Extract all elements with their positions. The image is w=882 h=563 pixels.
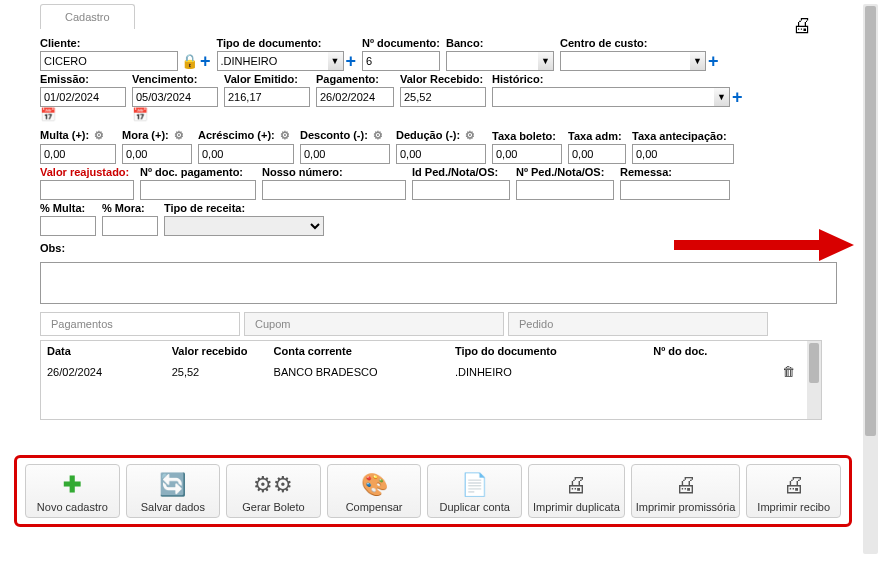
pct-multa-label: % Multa: (40, 202, 96, 214)
multa-label: Multa (+): ⚙ (40, 129, 116, 142)
th-tipo: Tipo do documento (449, 341, 647, 361)
cell-data: 26/02/2024 (41, 361, 166, 382)
tipo-doc-input[interactable] (217, 51, 328, 71)
mora-label: Mora (+): ⚙ (122, 129, 192, 142)
th-conta: Conta corrente (268, 341, 449, 361)
novo-cadastro-button[interactable]: ✚ Novo cadastro (25, 464, 120, 518)
emissao-input[interactable] (40, 87, 126, 107)
banco-label: Banco: (446, 37, 554, 49)
banco-dropdown-icon[interactable]: ▼ (538, 51, 554, 71)
n-doc-input[interactable] (362, 51, 440, 71)
obs-label: Obs: (40, 242, 65, 254)
tipo-doc-dropdown-icon[interactable]: ▼ (328, 51, 344, 71)
table-row[interactable]: 26/02/2024 25,52 BANCO BRADESCO .DINHEIR… (41, 361, 807, 382)
gerar-boleto-button[interactable]: ⚙⚙ Gerar Boleto (226, 464, 321, 518)
subtab-pedido[interactable]: Pedido (508, 312, 768, 336)
trash-icon[interactable]: 🗑 (782, 364, 795, 379)
valor-emitido-input[interactable] (224, 87, 310, 107)
lock-icon[interactable]: 🔒 (181, 51, 198, 71)
emissao-calendar-icon[interactable]: 📅 (40, 107, 56, 123)
printer-icon: 🖨 (675, 471, 697, 499)
emissao-label: Emissão: (40, 73, 126, 85)
pct-mora-input[interactable] (102, 216, 158, 236)
n-ped-input[interactable] (516, 180, 614, 200)
n-doc-label: Nº documento: (362, 37, 440, 49)
mora-gear-icon[interactable]: ⚙ (174, 129, 184, 141)
acrescimo-gear-icon[interactable]: ⚙ (280, 129, 290, 141)
multa-gear-icon[interactable]: ⚙ (94, 129, 104, 141)
n-doc-pag-input[interactable] (140, 180, 256, 200)
salvar-dados-button[interactable]: 🔄 Salvar dados (126, 464, 221, 518)
svg-marker-1 (819, 229, 854, 261)
payments-table-area: Data Valor recebido Conta corrente Tipo … (40, 340, 822, 420)
acrescimo-label: Acréscimo (+): ⚙ (198, 129, 294, 142)
taxa-antec-input[interactable] (632, 144, 734, 164)
taxa-adm-input[interactable] (568, 144, 626, 164)
obs-textarea[interactable] (40, 262, 837, 304)
historico-plus-icon[interactable]: + (732, 87, 743, 107)
desconto-label: Desconto (-): ⚙ (300, 129, 390, 142)
nosso-num-input[interactable] (262, 180, 406, 200)
banco-input[interactable] (446, 51, 538, 71)
imprimir-duplicata-button[interactable]: 🖨 Imprimir duplicata (528, 464, 625, 518)
compensar-button[interactable]: 🎨 Compensar (327, 464, 422, 518)
centro-plus-icon[interactable]: + (708, 51, 719, 71)
valor-reaj-label: Valor reajustado: (40, 166, 134, 178)
mora-input[interactable] (122, 144, 192, 164)
id-ped-label: Id Ped./Nota/OS: (412, 166, 510, 178)
duplicar-button[interactable]: 📄 Duplicar conta (427, 464, 522, 518)
compensar-icon: 🎨 (361, 471, 388, 499)
th-data: Data (41, 341, 166, 361)
form-tabs: Cadastro (40, 4, 852, 29)
duplicate-icon: 📄 (461, 471, 488, 499)
plus-icon: ✚ (63, 471, 81, 499)
desconto-input[interactable] (300, 144, 390, 164)
taxa-antec-label: Taxa antecipação: (632, 130, 734, 142)
historico-dropdown-icon[interactable]: ▼ (714, 87, 730, 107)
table-scrollbar[interactable] (807, 341, 821, 419)
cliente-plus-icon[interactable]: + (200, 51, 211, 71)
valor-reaj-input[interactable] (40, 180, 134, 200)
vencimento-calendar-icon[interactable]: 📅 (132, 107, 148, 123)
remessa-label: Remessa: (620, 166, 730, 178)
th-ndoc: Nº do doc. (647, 341, 772, 361)
cliente-input[interactable] (40, 51, 178, 71)
taxa-adm-label: Taxa adm: (568, 130, 626, 142)
printer-icon: 🖨 (565, 471, 587, 499)
tipo-receita-label: Tipo de receita: (164, 202, 324, 214)
pct-mora-label: % Mora: (102, 202, 158, 214)
subtab-cupom[interactable]: Cupom (244, 312, 504, 336)
imprimir-promissoria-button[interactable]: 🖨 Imprimir promissória (631, 464, 741, 518)
main-content: 🖨 Cadastro Cliente: 🔒 + Tipo de document… (10, 4, 852, 444)
tipo-doc-plus-icon[interactable]: + (346, 51, 357, 71)
subtab-pagamentos[interactable]: Pagamentos (40, 312, 240, 336)
taxa-boleto-input[interactable] (492, 144, 562, 164)
printer-icon: 🖨 (783, 471, 805, 499)
tab-cadastro[interactable]: Cadastro (40, 4, 135, 29)
id-ped-input[interactable] (412, 180, 510, 200)
main-scrollbar[interactable] (863, 4, 878, 554)
multa-input[interactable] (40, 144, 116, 164)
deducao-input[interactable] (396, 144, 486, 164)
tipo-receita-select[interactable] (164, 216, 324, 236)
cell-valor: 25,52 (166, 361, 268, 382)
pagamento-input[interactable] (316, 87, 394, 107)
deducao-gear-icon[interactable]: ⚙ (465, 129, 475, 141)
valor-recebido-input[interactable] (400, 87, 486, 107)
pagamento-label: Pagamento: (316, 73, 394, 85)
pct-multa-input[interactable] (40, 216, 96, 236)
centro-dropdown-icon[interactable]: ▼ (690, 51, 706, 71)
payments-table: Data Valor recebido Conta corrente Tipo … (41, 341, 807, 382)
cell-conta: BANCO BRADESCO (268, 361, 449, 382)
desconto-gear-icon[interactable]: ⚙ (373, 129, 383, 141)
acrescimo-input[interactable] (198, 144, 294, 164)
print-top-icon[interactable]: 🖨 (792, 14, 812, 37)
imprimir-recibo-button[interactable]: 🖨 Imprimir recibo (746, 464, 841, 518)
historico-input[interactable] (492, 87, 714, 107)
tipo-doc-label: Tipo de documento: (217, 37, 357, 49)
centro-input[interactable] (560, 51, 690, 71)
vencimento-input[interactable] (132, 87, 218, 107)
n-doc-pag-label: Nº doc. pagamento: (140, 166, 256, 178)
th-valor: Valor recebido (166, 341, 268, 361)
remessa-input[interactable] (620, 180, 730, 200)
